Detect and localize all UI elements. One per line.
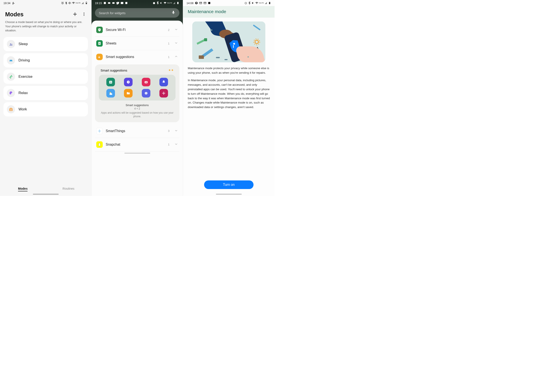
svg-point-44 bbox=[256, 4, 257, 4]
svg-rect-11 bbox=[112, 2, 114, 4]
slack-icon bbox=[103, 1, 106, 5]
widget-count: 1 bbox=[168, 143, 169, 146]
facebook-icon bbox=[195, 1, 198, 5]
turn-on-button[interactable]: Turn on bbox=[204, 180, 254, 189]
bluetooth-icon bbox=[65, 1, 68, 5]
nav-handle[interactable] bbox=[33, 194, 59, 195]
gmail-icon bbox=[199, 1, 202, 5]
maintenance-para2: In Maintenance mode, your personal data,… bbox=[188, 78, 270, 110]
bluetooth-icon bbox=[248, 1, 251, 5]
photos-icon bbox=[208, 1, 211, 5]
svg-text:28: 28 bbox=[110, 81, 112, 83]
widget-row-snapchat[interactable]: Snapchat 1 bbox=[95, 138, 179, 151]
svg-point-7 bbox=[84, 15, 84, 16]
mode-label: Work bbox=[19, 107, 27, 112]
svg-rect-17 bbox=[177, 3, 178, 4]
widget-search-input[interactable] bbox=[99, 11, 169, 15]
battery-icon bbox=[268, 1, 271, 5]
tab-modes[interactable]: Modes bbox=[0, 185, 46, 192]
volte-label: VoLTE bbox=[167, 2, 172, 4]
gmail-icon bbox=[120, 1, 124, 5]
youtube-icon bbox=[108, 1, 111, 5]
alarm-icon bbox=[61, 1, 64, 5]
mute-icon bbox=[160, 1, 163, 5]
svg-rect-18 bbox=[173, 11, 174, 13]
mode-item-work[interactable]: Work bbox=[3, 102, 88, 116]
maintenance-para1: Maintenance mode protects your privacy w… bbox=[188, 66, 270, 75]
svg-rect-9 bbox=[104, 2, 106, 4]
mic-icon[interactable] bbox=[171, 10, 176, 15]
svg-rect-13 bbox=[125, 2, 127, 4]
widget-row-smartthings[interactable]: SmartThings 3 bbox=[95, 124, 179, 138]
preview-dimensions: 4 × 2 bbox=[99, 107, 176, 110]
svg-rect-42 bbox=[208, 2, 210, 4]
widget-label: Secure Wi-Fi bbox=[106, 28, 165, 32]
mode-label: Relax bbox=[19, 91, 28, 95]
chevron-down-icon bbox=[174, 41, 178, 46]
expanded-title: Smart suggestions bbox=[100, 69, 127, 72]
mode-item-driving[interactable]: Driving bbox=[3, 53, 88, 67]
widget-count: 3 bbox=[168, 129, 169, 133]
svg-point-5 bbox=[84, 13, 84, 13]
svg-point-14 bbox=[153, 2, 155, 4]
page-subtitle: Choose a mode based on what you're doing… bbox=[5, 20, 86, 33]
widget-row-sheets[interactable]: Sheets 1 bbox=[95, 37, 179, 50]
nav-handle[interactable] bbox=[216, 194, 242, 195]
widget-count: 1 bbox=[168, 56, 169, 59]
mode-item-relax[interactable]: Relax bbox=[3, 86, 88, 100]
widget-expanded-card: Smart suggestions ✦✦ 28 Smart suggestion… bbox=[95, 64, 179, 122]
svg-point-29 bbox=[163, 93, 164, 94]
status-time: 14:08 bbox=[186, 1, 194, 5]
mode-label: Exercise bbox=[19, 75, 32, 79]
preview-app-weather bbox=[106, 89, 115, 98]
preview-description: Apps and actions will be suggested based… bbox=[100, 111, 175, 118]
svg-rect-52 bbox=[199, 56, 204, 59]
preview-app-gallery bbox=[159, 89, 168, 98]
svg-point-32 bbox=[162, 93, 163, 93]
twitter-icon bbox=[116, 1, 119, 5]
sparkle-icon: ✦✦ bbox=[168, 68, 174, 72]
widget-row-smart-suggestions[interactable]: Smart suggestions 1 bbox=[95, 50, 179, 63]
svg-point-15 bbox=[165, 4, 165, 4]
youtube-icon bbox=[112, 1, 115, 5]
svg-point-6 bbox=[84, 14, 84, 14]
battery-icon bbox=[176, 1, 179, 5]
widget-label: Snapchat bbox=[106, 143, 165, 147]
screenshot-modes: 19:34 VoLTE Modes Choose a mode based on… bbox=[0, 0, 92, 196]
svg-point-33 bbox=[164, 93, 165, 93]
screenshot-widgets: 19:15 VoLTE Secure Wi-Fi 2 bbox=[92, 0, 183, 196]
add-button[interactable] bbox=[72, 12, 78, 18]
widget-label: Smart suggestions bbox=[106, 55, 165, 59]
gmail-icon bbox=[204, 1, 206, 5]
alarm-icon bbox=[153, 1, 155, 5]
status-bar: 14:08 VoLTE bbox=[183, 0, 275, 6]
svg-point-8 bbox=[11, 75, 12, 76]
svg-point-59 bbox=[211, 29, 212, 31]
svg-point-34 bbox=[99, 131, 100, 131]
svg-rect-57 bbox=[216, 57, 220, 58]
svg-point-31 bbox=[163, 94, 164, 95]
svg-point-35 bbox=[99, 130, 100, 130]
wifi-icon bbox=[163, 1, 167, 5]
widget-sheet: Secure Wi-Fi 2 Sheets 1 Smart suggestion… bbox=[92, 21, 183, 196]
status-bar: 19:15 VoLTE bbox=[92, 0, 183, 6]
mode-label: Sleep bbox=[19, 42, 28, 46]
svg-rect-10 bbox=[108, 2, 110, 4]
mode-item-exercise[interactable]: Exercise bbox=[3, 70, 88, 84]
preview-caption: Smart suggestions bbox=[99, 104, 176, 107]
mode-item-sleep[interactable]: Sleep bbox=[3, 37, 88, 51]
wifi-icon bbox=[255, 1, 258, 5]
maintenance-illustration bbox=[192, 21, 265, 62]
nav-handle[interactable] bbox=[124, 153, 150, 154]
svg-rect-46 bbox=[269, 2, 270, 4]
widget-count: 2 bbox=[168, 28, 169, 32]
tab-routines[interactable]: Routines bbox=[46, 185, 92, 192]
widget-count: 1 bbox=[168, 42, 169, 45]
mute-icon bbox=[68, 1, 71, 5]
more-options-button[interactable] bbox=[82, 12, 86, 17]
screenshot-maintenance: 14:08 VoLTE Maintenance mode bbox=[183, 0, 275, 196]
widget-preview[interactable]: 28 bbox=[99, 75, 176, 100]
page-title: Maintenance mode bbox=[188, 9, 270, 14]
widget-row-secure-wifi[interactable]: Secure Wi-Fi 2 bbox=[95, 23, 179, 37]
widget-search-bar[interactable] bbox=[95, 8, 179, 18]
